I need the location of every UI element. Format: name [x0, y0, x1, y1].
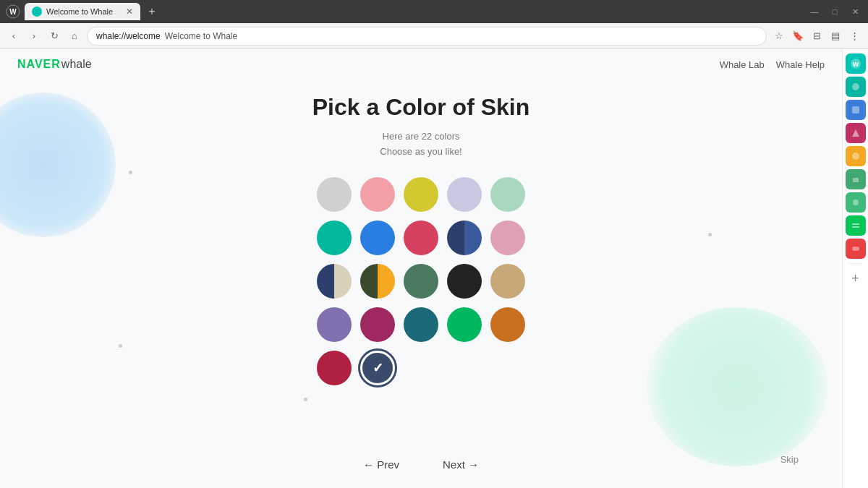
sidebar-add-button[interactable]: + [846, 268, 866, 288]
svg-rect-5 [852, 106, 859, 114]
svg-rect-7 [853, 178, 859, 182]
browser-tab[interactable]: Welcome to Whale ✕ [25, 3, 140, 20]
whale-help-link[interactable]: Whale Help [776, 59, 825, 70]
svg-point-8 [853, 200, 859, 205]
logo: NAVER whale [17, 58, 92, 71]
address-input[interactable]: whale://welcome Welcome to Whale [87, 27, 767, 46]
prev-button[interactable]: ← Prev [363, 458, 399, 471]
sidebar-icon-whale[interactable]: W [846, 53, 866, 74]
color-swatch-green[interactable] [447, 307, 482, 342]
browser-logo: W [6, 4, 20, 19]
sidebar-icon-yellow[interactable] [846, 146, 866, 166]
bookmark-icon[interactable]: 🔖 [790, 28, 806, 44]
color-grid: ✓ [317, 177, 525, 385]
color-swatch-forest[interactable] [404, 264, 438, 299]
color-swatch-teal[interactable] [317, 221, 352, 255]
svg-text:W: W [9, 8, 17, 16]
tab-close-button[interactable]: ✕ [126, 7, 133, 17]
footer-nav: ← Prev Next → [363, 458, 479, 471]
toolbar-icons: ☆ 🔖 ⊟ ▤ ⋮ [771, 28, 862, 44]
subtitle-line1: Here are 22 colors [380, 129, 461, 145]
menu-icon[interactable]: ⋮ [846, 28, 862, 44]
color-swatch-orangebrown[interactable] [490, 307, 525, 342]
color-swatch-lavender[interactable] [447, 177, 482, 212]
page-content: NAVER whale Whale Lab Whale Help Pick a … [0, 49, 842, 488]
browser-chrome: W Welcome to Whale ✕ + — □ ✕ ‹ › ↻ ⌂ wha… [0, 0, 868, 49]
color-swatch-black[interactable] [447, 264, 482, 299]
color-swatch-tan[interactable] [490, 264, 525, 299]
color-swatch-gray[interactable] [317, 177, 352, 212]
color-swatch-blue[interactable] [360, 221, 395, 255]
close-button[interactable]: ✕ [848, 6, 862, 17]
color-swatch-dustypink[interactable] [490, 221, 525, 255]
header-nav: Whale Lab Whale Help [720, 59, 825, 70]
color-swatch-olive-gold[interactable] [360, 264, 395, 299]
reload-button[interactable]: ↻ [46, 28, 62, 44]
color-swatch-navy-tan[interactable] [317, 264, 352, 299]
color-swatch-pink[interactable] [360, 177, 395, 212]
right-sidebar: W + [842, 49, 868, 488]
color-swatch-purple[interactable] [317, 307, 352, 342]
forward-button[interactable]: › [26, 28, 42, 44]
sidebar-icon-green3[interactable] [846, 192, 866, 213]
skip-button[interactable]: Skip [780, 454, 799, 465]
new-tab-button[interactable]: + [143, 3, 161, 20]
logo-whale: whale [61, 58, 92, 71]
sidebar-icon-redbutton[interactable] [846, 239, 866, 259]
tab-favicon [32, 7, 42, 17]
page-title: Pick a Color of Skin [312, 94, 530, 121]
title-bar: W Welcome to Whale ✕ + — □ ✕ [0, 0, 868, 23]
star-icon[interactable]: ☆ [771, 28, 787, 44]
sidebar-toggle-icon[interactable]: ▤ [827, 28, 843, 44]
subtitle: Here are 22 colors Choose as you like! [380, 129, 461, 160]
sidebar-icon-greenline[interactable] [846, 215, 866, 236]
color-swatch-mint[interactable] [490, 177, 525, 212]
subtitle-line2: Choose as you like! [380, 145, 461, 160]
color-swatch-darkteal[interactable] [404, 307, 438, 342]
next-button[interactable]: Next → [443, 458, 479, 471]
sidebar-icon-teal[interactable] [846, 77, 866, 97]
minimize-button[interactable]: — [807, 6, 822, 17]
main-area: Pick a Color of Skin Here are 22 colors … [0, 80, 842, 403]
color-swatch-darkred[interactable] [317, 351, 352, 385]
address-scheme: whale://welcome [96, 31, 161, 41]
address-title: Welcome to Whale [165, 31, 237, 41]
svg-text:W: W [852, 61, 859, 68]
sidebar-icon-blue[interactable] [846, 100, 866, 120]
color-swatch-yellow-green[interactable] [404, 177, 438, 212]
whale-lab-link[interactable]: Whale Lab [720, 59, 765, 70]
svg-rect-9 [852, 247, 859, 251]
tab-title: Welcome to Whale [46, 7, 113, 16]
sidebar-icon-red[interactable] [846, 123, 866, 143]
back-button[interactable]: ‹ [6, 28, 22, 44]
logo-naver: NAVER [17, 58, 61, 71]
browser-body: NAVER whale Whale Lab Whale Help Pick a … [0, 49, 868, 488]
color-swatch-redpink[interactable] [404, 221, 438, 255]
page-header: NAVER whale Whale Lab Whale Help [0, 49, 842, 80]
split-icon[interactable]: ⊟ [809, 28, 825, 44]
color-swatch-selected[interactable]: ✓ [360, 351, 395, 385]
color-swatch-darkpink[interactable] [360, 307, 395, 342]
svg-point-4 [852, 83, 859, 90]
maximize-button[interactable]: □ [827, 6, 842, 17]
color-swatch-navy[interactable] [447, 221, 482, 255]
window-controls: — □ ✕ [807, 6, 862, 17]
sidebar-divider [848, 263, 863, 264]
sidebar-icon-green2[interactable] [846, 169, 866, 189]
home-button[interactable]: ⌂ [67, 28, 82, 44]
svg-point-6 [852, 153, 859, 160]
address-bar: ‹ › ↻ ⌂ whale://welcome Welcome to Whale… [0, 23, 868, 49]
